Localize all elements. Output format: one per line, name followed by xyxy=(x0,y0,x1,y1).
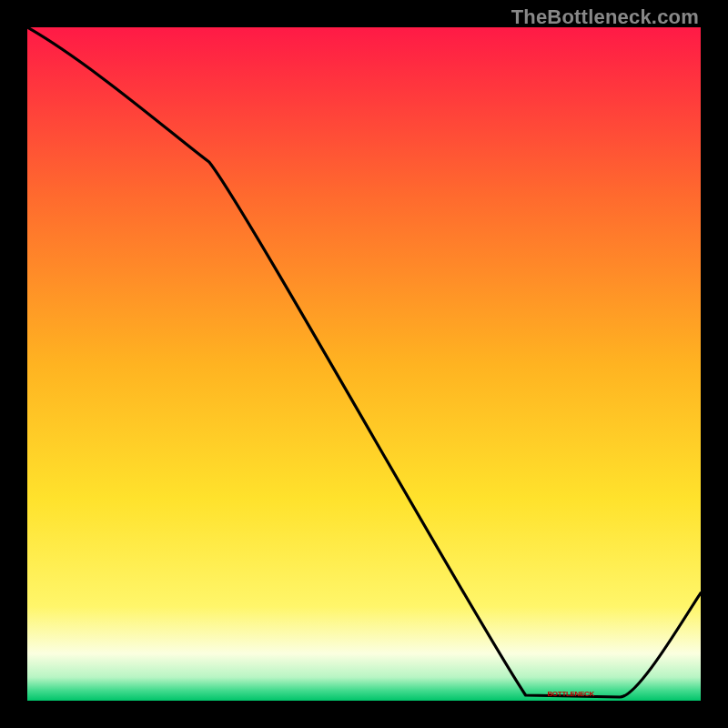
chart-background xyxy=(27,27,701,701)
optimal-zone-badge: BOTTLENECK xyxy=(547,690,594,698)
chart-frame: BOTTLENECK xyxy=(27,27,701,701)
bottleneck-chart xyxy=(27,27,701,701)
attribution-text: TheBottleneck.com xyxy=(511,5,699,29)
